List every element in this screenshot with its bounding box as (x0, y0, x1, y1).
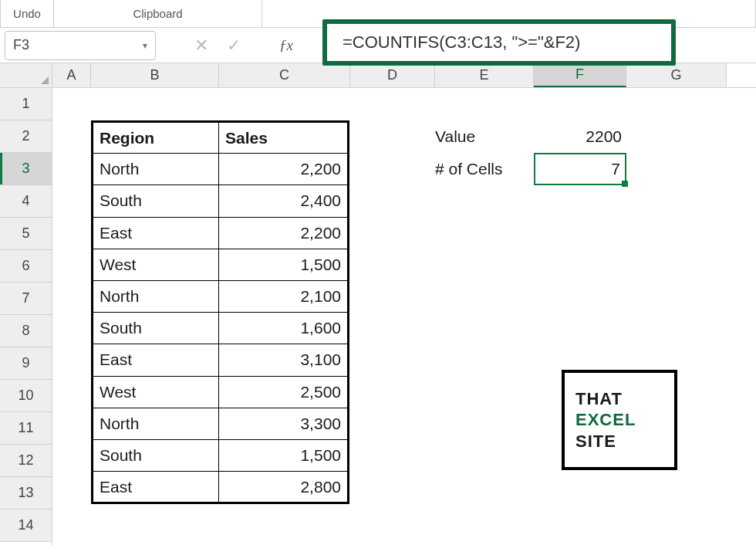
cell-region[interactable]: North (93, 280, 219, 312)
chevron-down-icon[interactable]: ▾ (143, 40, 147, 51)
active-cell-f3[interactable]: 7 (534, 153, 626, 185)
table-header-row[interactable]: Region Sales (93, 122, 349, 154)
table-row[interactable]: North3,300 (93, 408, 349, 439)
col-header-f[interactable]: F (534, 63, 626, 87)
table-row[interactable]: West1,500 (93, 249, 349, 280)
cell-region[interactable]: North (93, 154, 219, 185)
cell-sales[interactable]: 3,300 (219, 408, 349, 439)
cell-sales[interactable]: 2,400 (219, 185, 349, 217)
row-header-9[interactable]: 9 (0, 347, 52, 380)
ribbon-group-undo: Undo (0, 0, 54, 27)
table-row[interactable]: South1,600 (93, 313, 349, 344)
logo-line2: EXCEL (575, 409, 674, 431)
cell-region[interactable]: South (93, 439, 219, 471)
name-box-value: F3 (13, 37, 29, 53)
table-row[interactable]: South1,500 (93, 439, 349, 471)
cell-sales[interactable]: 1,600 (219, 313, 349, 344)
row-header-14[interactable]: 14 (0, 509, 52, 542)
cell-sales[interactable]: 2,800 (219, 472, 349, 503)
row-header-6[interactable]: 6 (0, 250, 52, 283)
cancel-icon[interactable]: ✕ (194, 36, 208, 56)
table-row[interactable]: South2,400 (93, 185, 349, 217)
table-row[interactable]: East2,800 (93, 472, 349, 503)
cell-region[interactable]: West (93, 249, 219, 280)
cell-region[interactable]: East (93, 344, 219, 376)
column-headers: A B C D E F G (52, 63, 756, 88)
row-header-3[interactable]: 3 (0, 153, 52, 185)
table-row[interactable]: East2,200 (93, 217, 349, 249)
row-header-2[interactable]: 2 (0, 120, 52, 153)
cell-region[interactable]: East (93, 472, 219, 503)
header-sales[interactable]: Sales (219, 122, 349, 154)
spreadsheet-grid[interactable]: 1 2 3 4 5 6 7 8 9 10 11 12 13 14 A B C D… (0, 63, 756, 545)
cell-sales[interactable]: 2,500 (219, 376, 349, 408)
row-header-4[interactable]: 4 (0, 185, 52, 218)
cell-region[interactable]: North (93, 408, 219, 439)
row-header-1[interactable]: 1 (0, 88, 52, 120)
row-header-7[interactable]: 7 (0, 283, 52, 315)
row-header-13[interactable]: 13 (0, 477, 52, 509)
formula-input[interactable]: =COUNTIFS(C3:C13, ">="&F2) (322, 19, 676, 66)
data-table[interactable]: Region Sales North2,200 South2,400 East2… (91, 120, 349, 504)
table-row[interactable]: North2,200 (93, 154, 349, 185)
logo: THAT EXCEL SITE (562, 370, 677, 470)
cell-sales[interactable]: 2,100 (219, 280, 349, 312)
row-headers: 1 2 3 4 5 6 7 8 9 10 11 12 13 14 (0, 63, 52, 545)
cell-region[interactable]: West (93, 376, 219, 408)
cell-region[interactable]: East (93, 217, 219, 249)
table-row[interactable]: North2,100 (93, 280, 349, 312)
col-header-e[interactable]: E (435, 63, 534, 87)
logo-line1: THAT (575, 388, 674, 410)
col-header-b[interactable]: B (91, 63, 219, 87)
select-all-corner[interactable] (0, 63, 52, 88)
row-header-8[interactable]: 8 (0, 315, 52, 347)
row-header-10[interactable]: 10 (0, 380, 52, 412)
name-box[interactable]: F3 ▾ (5, 31, 156, 60)
logo-line3: SITE (575, 431, 674, 452)
cell-sales[interactable]: 1,500 (219, 249, 349, 280)
cell-sales[interactable]: 3,100 (219, 344, 349, 376)
enter-icon[interactable]: ✓ (227, 36, 241, 56)
cell-count-label[interactable]: # of Cells (435, 153, 534, 185)
formula-text: =COUNTIFS(C3:C13, ">="&F2) (343, 32, 580, 52)
col-header-a[interactable]: A (52, 63, 91, 87)
cell-region[interactable]: South (93, 185, 219, 217)
active-cell-value: 7 (611, 160, 620, 178)
cell-sales[interactable]: 2,200 (219, 154, 349, 185)
row-header-12[interactable]: 12 (0, 445, 52, 477)
cell-sales[interactable]: 1,500 (219, 439, 349, 471)
col-header-g[interactable]: G (626, 63, 727, 87)
ribbon-group-clipboard: Clipboard (54, 0, 262, 27)
cell-region[interactable]: South (93, 313, 219, 344)
row-header-5[interactable]: 5 (0, 218, 52, 250)
table-row[interactable]: East3,100 (93, 344, 349, 376)
column-area: A B C D E F G Region Sales North2,200 So… (52, 63, 756, 545)
cell-sales[interactable]: 2,200 (219, 217, 349, 249)
col-header-c[interactable]: C (219, 63, 350, 87)
cell-value[interactable]: 2200 (534, 120, 626, 153)
cell-value-label[interactable]: Value (435, 120, 534, 153)
formula-bar-buttons: ✕ ✓ ƒx (194, 36, 293, 56)
table-row[interactable]: West2,500 (93, 376, 349, 408)
row-header-11[interactable]: 11 (0, 412, 52, 445)
fx-icon[interactable]: ƒx (279, 37, 293, 54)
col-header-d[interactable]: D (350, 63, 435, 87)
header-region[interactable]: Region (93, 122, 219, 154)
